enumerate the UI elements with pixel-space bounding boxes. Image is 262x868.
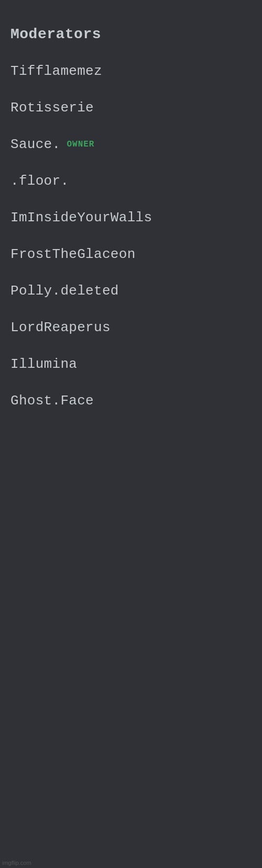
moderator-name: FrostTheGlaceon <box>10 246 136 262</box>
list-item: LordReaperus <box>5 309 257 346</box>
list-item: FrostTheGlaceon <box>5 236 257 273</box>
owner-badge: OWNER <box>67 140 94 149</box>
list-item: Sauce. OWNER <box>5 126 257 163</box>
moderator-name: .floor. <box>10 173 69 189</box>
list-item: Polly.deleted <box>5 273 257 309</box>
list-item: Illumina <box>5 346 257 382</box>
moderators-list: Tifflamemez Rotisserie Sauce. OWNER .flo… <box>5 53 257 419</box>
moderator-name: Sauce. <box>10 137 60 152</box>
list-item: Ghost.Face <box>5 382 257 419</box>
watermark: imgflip.com <box>2 860 31 866</box>
moderator-name: Polly.deleted <box>10 283 119 299</box>
list-item: ImInsideYourWalls <box>5 199 257 236</box>
moderator-name: Rotisserie <box>10 100 94 116</box>
list-item: Rotisserie <box>5 89 257 126</box>
moderator-name: Ghost.Face <box>10 393 94 409</box>
moderator-name: Tifflamemez <box>10 63 102 79</box>
list-item: .floor. <box>5 163 257 199</box>
moderator-name: Illumina <box>10 356 77 372</box>
section-header: Moderators <box>5 10 257 53</box>
moderator-name: ImInsideYourWalls <box>10 210 152 226</box>
list-item: Tifflamemez <box>5 53 257 89</box>
moderator-name: LordReaperus <box>10 320 111 335</box>
